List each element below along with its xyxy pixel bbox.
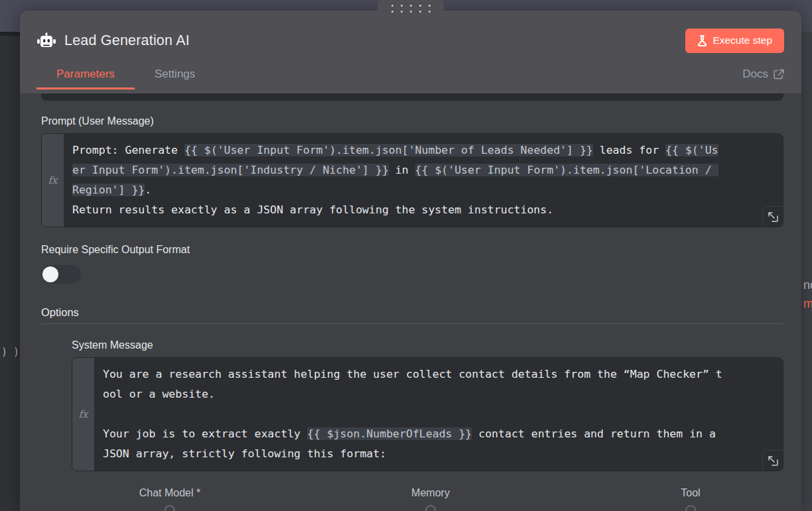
node-title: Lead Generation AI — [64, 32, 685, 49]
expression-token: {{ $('User Input Form').item.json['Numbe… — [184, 144, 593, 156]
system-message-expand-button[interactable] — [762, 450, 783, 471]
execute-step-label: Execute step — [712, 34, 772, 46]
prompt-expand-button[interactable] — [762, 206, 783, 227]
background-text-fragment: no — [803, 278, 812, 292]
tab-bar: Parameters Settings Docs — [20, 62, 801, 89]
scrolled-field-remnant[interactable] — [41, 93, 783, 101]
prompt-field-label: Prompt (User Message) — [41, 115, 783, 127]
require-format-label: Require Specific Output Format — [41, 244, 783, 256]
text-token: Return results exactly as a JSON array f… — [72, 203, 553, 216]
options-section: System Message fx You are a research ass… — [72, 339, 783, 471]
connector-tool-socket[interactable] — [685, 505, 696, 511]
drag-handle[interactable] — [377, 0, 444, 17]
text-token: Your job is to extract exactly — [103, 427, 307, 440]
expression-token: {{ $json.NumberOfLeads }} — [307, 427, 472, 440]
code-line — [103, 404, 774, 424]
external-link-icon — [774, 69, 784, 80]
flask-icon — [697, 35, 707, 46]
background-link-fragment: m — [803, 297, 812, 311]
docs-link[interactable]: Docs — [742, 68, 784, 89]
prompt-editor-input[interactable]: Prompt: Generate {{ $('User Input Form')… — [64, 134, 783, 227]
robot-icon — [36, 32, 56, 49]
text-token: contact entries and return them in a — [472, 427, 716, 440]
docs-label: Docs — [742, 68, 768, 81]
code-line: er Input Form').item.json['Industry / Ni… — [72, 160, 774, 180]
connector-chat-model-label: Chat Model * — [139, 487, 201, 499]
parameters-panel: Prompt (User Message) fx Prompt: Generat… — [20, 93, 801, 511]
execute-step-button[interactable]: Execute step — [685, 28, 784, 53]
text-token: ool or a website. — [103, 388, 215, 400]
code-line: Return results exactly as a JSON array f… — [72, 200, 774, 220]
expression-token: er Input Form').item.json['Industry / Ni… — [72, 164, 389, 176]
prompt-editor: fx Prompt: Generate {{ $('User Input For… — [41, 133, 783, 227]
background-code-fragment: ) ) — [1, 346, 19, 358]
expression-fx-badge: fx — [72, 358, 94, 471]
tab-parameters[interactable]: Parameters — [36, 68, 135, 89]
toggle-knob — [42, 266, 58, 282]
require-format-toggle[interactable] — [41, 265, 81, 284]
background-right-panel: no m — [801, 32, 812, 511]
code-line: ool or a website. — [103, 384, 774, 404]
code-line: JSON array, strictly following this form… — [103, 444, 774, 464]
connector-tool-label: Tool — [681, 487, 700, 499]
text-token: in — [389, 164, 415, 176]
connector-chat-model-socket[interactable] — [165, 505, 175, 511]
text-token: Prompt: Generate — [72, 144, 184, 156]
text-token: . — [145, 184, 151, 196]
expression-fx-badge: fx — [42, 134, 64, 227]
system-message-input[interactable]: You are a research assistant helping the… — [94, 358, 783, 471]
tab-settings-label: Settings — [155, 68, 195, 80]
text-token: leads for — [593, 144, 665, 156]
tab-active-underline — [36, 87, 135, 89]
code-line: Prompt: Generate {{ $('User Input Form')… — [72, 141, 774, 160]
connector-memory-label: Memory — [411, 487, 450, 499]
tab-parameters-label: Parameters — [56, 68, 115, 80]
connector-memory-socket[interactable] — [425, 505, 436, 511]
node-settings-modal: Lead Generation AI Execute step Paramete… — [20, 11, 801, 511]
system-message-editor: fx You are a research assistant helping … — [72, 357, 783, 471]
expand-icon — [768, 212, 778, 222]
tab-settings[interactable]: Settings — [135, 68, 215, 89]
code-line: You are a research assistant helping the… — [103, 365, 774, 384]
app-root: { "header": { "title": "Lead Generation … — [0, 0, 812, 511]
connector-chat-model: Chat Model * — [139, 487, 201, 511]
options-section-label: Options — [41, 306, 783, 319]
drag-handle-dots-icon — [391, 5, 431, 13]
code-line: Your job is to extract exactly {{ $json.… — [103, 424, 774, 444]
connector-tool: Tool — [681, 487, 700, 511]
connector-memory: Memory — [411, 487, 450, 511]
code-line: Region'] }}. — [72, 180, 774, 200]
expression-token: {{ $('User Input Form').item.json['Locat… — [415, 164, 718, 176]
expression-token: {{ $('Us — [665, 144, 718, 156]
background-left-panel: ) ) — [0, 32, 20, 511]
options-divider — [41, 323, 783, 324]
system-message-label: System Message — [72, 339, 783, 351]
expand-icon — [768, 456, 778, 466]
expression-token: Region'] }} — [72, 184, 145, 196]
text-token: You are a research assistant helping the… — [103, 368, 722, 380]
sub-node-connectors: Chat Model * Memory Tool — [41, 487, 783, 511]
text-token: JSON array, strictly following this form… — [103, 447, 386, 460]
